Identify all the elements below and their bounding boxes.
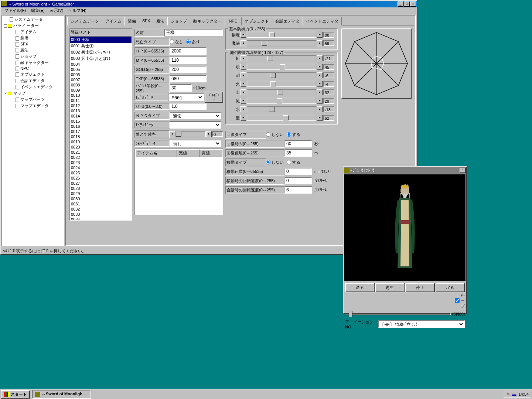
tree-view[interactable]: システムデータ-パラメ ーターアイテム装備SFX魔法ショップ敵キャラクターNPC…: [1, 15, 64, 246]
menu-item[interactable]: 編集(E): [29, 7, 47, 14]
tab-敵キャラクター[interactable]: 敵キャラクター: [190, 17, 225, 25]
mag-left-arrow[interactable]: ◄: [241, 40, 246, 46]
tree-node[interactable]: マップパーツ: [3, 96, 63, 103]
move-no-radio[interactable]: [266, 160, 270, 164]
preview-停止-button[interactable]: 停止: [405, 283, 435, 292]
attr-right-arrow[interactable]: ►: [317, 106, 323, 112]
list-item[interactable]: 0017: [70, 129, 132, 134]
attr-left-arrow[interactable]: ◄: [241, 55, 246, 61]
tree-toggle-icon[interactable]: -: [4, 24, 7, 28]
attr-track[interactable]: [247, 89, 316, 95]
anim-no-select[interactable]: [00] 待機(立ち): [378, 320, 465, 328]
movrot-input[interactable]: [284, 177, 312, 184]
tree-node[interactable]: システムデータ: [3, 16, 63, 23]
tree-node[interactable]: 敵キャラクター: [3, 59, 63, 66]
mag-track[interactable]: [247, 40, 316, 46]
list-item[interactable]: 0030: [70, 196, 132, 201]
name-input[interactable]: [164, 29, 223, 36]
talkrot-input[interactable]: [284, 186, 312, 194]
item-col-buy[interactable]: 買値: [200, 149, 223, 157]
list-item[interactable]: 0006: [70, 72, 132, 77]
attr-track[interactable]: [247, 106, 316, 112]
gold-input[interactable]: [170, 66, 207, 73]
menu-item[interactable]: ファイル(F): [2, 7, 28, 14]
list-item[interactable]: 0014: [70, 113, 132, 119]
tree-node[interactable]: イベントエディタ: [3, 84, 63, 90]
list-item[interactable]: 0027: [70, 181, 132, 186]
list-item[interactable]: 0032: [70, 207, 132, 212]
attr-right-arrow[interactable]: ►: [317, 98, 323, 104]
tree-node[interactable]: 魔法: [3, 47, 63, 53]
loop-checkbox[interactable]: [455, 298, 460, 303]
recovery-yes-radio[interactable]: [287, 132, 291, 137]
phys-left-arrow[interactable]: ◄: [241, 32, 246, 38]
mp-input[interactable]: [170, 57, 207, 64]
attr-left-arrow[interactable]: ◄: [241, 64, 246, 70]
droprate-right-arrow[interactable]: ►: [206, 131, 212, 137]
droprate-left-arrow[interactable]: ◄: [170, 131, 175, 137]
attr-track[interactable]: [247, 115, 316, 121]
tab-装備[interactable]: 装備: [125, 17, 139, 25]
tab-会話エディタ[interactable]: 会話エディタ: [272, 17, 303, 25]
preview-再生-button[interactable]: 再生: [375, 283, 405, 292]
list-item[interactable]: 0009: [70, 88, 132, 93]
event-radius-input[interactable]: [170, 84, 192, 92]
list-item[interactable]: 0010: [70, 93, 132, 98]
taskbar-task[interactable]: ～Sword of Moonligh...: [32, 390, 91, 398]
attr-left-arrow[interactable]: ◄: [241, 115, 246, 121]
tree-node[interactable]: マップエディタ: [3, 103, 63, 109]
shopdata-select[interactable]: 無し: [170, 140, 221, 147]
list-item[interactable]: 0011: [70, 98, 132, 103]
tree-toggle-icon[interactable]: -: [4, 92, 7, 95]
tree-node[interactable]: -マップ: [3, 90, 63, 96]
attr-left-arrow[interactable]: ◄: [241, 98, 246, 104]
tab-アイテム[interactable]: アイテム: [102, 17, 125, 25]
droprate-track[interactable]: [175, 131, 206, 137]
hp-input[interactable]: [170, 47, 207, 55]
list-item[interactable]: 0008: [70, 82, 132, 88]
attr-track[interactable]: [247, 98, 316, 104]
item-col-name[interactable]: アイテム名: [135, 149, 177, 157]
tab-魔法[interactable]: 魔法: [153, 17, 168, 25]
tab-ショップ[interactable]: ショップ: [167, 17, 190, 25]
attr-right-arrow[interactable]: ►: [317, 81, 323, 87]
phys-right-arrow[interactable]: ►: [317, 32, 323, 38]
list-item[interactable]: 0012: [70, 103, 132, 108]
attr-right-arrow[interactable]: ►: [317, 55, 323, 61]
tray-icon-net[interactable]: ▬: [512, 392, 516, 396]
list-item[interactable]: 0001 兵士①: [70, 43, 132, 49]
tree-node[interactable]: 会話エディタ: [3, 78, 63, 84]
list-item[interactable]: 0029: [70, 191, 132, 196]
list-item[interactable]: 0018: [70, 134, 132, 139]
exp-input[interactable]: [170, 75, 207, 82]
npctype-select[interactable]: 通常: [170, 112, 221, 119]
minimize-button[interactable]: _: [398, 1, 403, 7]
death-yes-radio[interactable]: [186, 40, 191, 44]
tab-システムデータ[interactable]: システムデータ: [67, 17, 102, 25]
scale-input[interactable]: [170, 103, 207, 110]
mag-right-arrow[interactable]: ►: [317, 40, 323, 46]
list-item[interactable]: 0015: [70, 119, 132, 124]
attr-left-arrow[interactable]: ◄: [241, 72, 246, 78]
list-item[interactable]: 0004: [70, 62, 132, 67]
recovery-dist-input[interactable]: [284, 149, 312, 157]
list-item[interactable]: 0005: [70, 67, 132, 72]
tree-node[interactable]: 装備: [3, 35, 63, 41]
list-item[interactable]: 0003 兵士③:おとぼけ: [70, 55, 132, 62]
start-button[interactable]: スタート: [1, 390, 30, 399]
preview-送る-button[interactable]: 送る: [345, 283, 375, 292]
list-item[interactable]: 0013: [70, 108, 132, 113]
list-item[interactable]: 0021: [70, 150, 132, 155]
tray-icon-pen[interactable]: ✎: [507, 392, 510, 397]
attr-track[interactable]: [247, 55, 316, 61]
modeldata-select[interactable]: M001: [168, 93, 204, 101]
tree-node[interactable]: -パラメ ーター: [3, 23, 63, 29]
attr-track[interactable]: [247, 64, 316, 70]
list-item[interactable]: 0028: [70, 186, 132, 191]
tab-SFX[interactable]: SFX: [139, 17, 153, 25]
attr-left-arrow[interactable]: ◄: [241, 89, 246, 95]
attr-left-arrow[interactable]: ◄: [241, 81, 246, 87]
list-item[interactable]: 0019: [70, 139, 132, 144]
tab-オブジェクト[interactable]: オブジェクト: [241, 17, 272, 25]
frame-slider[interactable]: [345, 310, 451, 318]
